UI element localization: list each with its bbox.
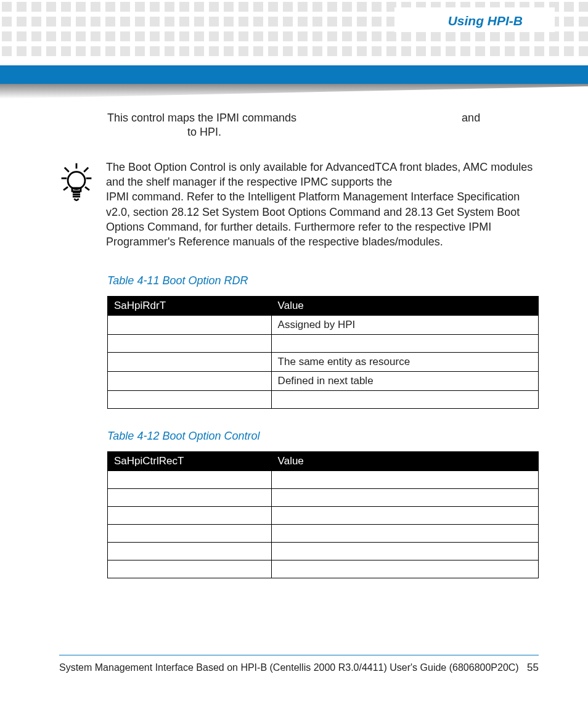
table-row xyxy=(108,542,539,560)
table-1: SaHpiRdrT Value Assigned by HPI The same… xyxy=(107,296,539,409)
page-header-title: Using HPI-B xyxy=(442,11,526,32)
table-row: The same entity as resource xyxy=(108,352,539,371)
svg-line-9 xyxy=(63,187,68,190)
table-2-col2: Value xyxy=(271,451,538,470)
para1-suffix: to HPI. xyxy=(187,126,221,138)
table-1-caption: Table 4-11 Boot Option RDR xyxy=(107,274,539,287)
footer-text: System Management Interface Based on HPI… xyxy=(59,662,519,673)
table-header-row: SaHpiRdrT Value xyxy=(108,296,539,315)
svg-point-11 xyxy=(68,171,85,189)
table-1-section: Table 4-11 Boot Option RDR SaHpiRdrT Val… xyxy=(107,274,539,409)
svg-line-10 xyxy=(85,187,89,190)
svg-line-5 xyxy=(65,167,69,171)
header-shadow xyxy=(0,84,588,100)
content-area: This control maps the IPMI commandsand t… xyxy=(59,111,539,599)
svg-marker-3 xyxy=(0,84,588,99)
table-header-row: SaHpiCtrlRecT Value xyxy=(108,451,539,470)
table-row xyxy=(108,470,539,488)
lightbulb-icon xyxy=(59,162,94,207)
table-1-col2: Value xyxy=(271,296,538,315)
page-footer: System Management Interface Based on HPI… xyxy=(59,655,539,674)
table-row: Assigned by HPI xyxy=(108,315,539,334)
table-row xyxy=(108,560,539,578)
table-2-col1: SaHpiCtrlRecT xyxy=(108,451,272,470)
page-number: 55 xyxy=(527,662,539,674)
table-2: SaHpiCtrlRecT Value xyxy=(107,451,539,578)
para1-prefix: This control maps the IPMI commands xyxy=(107,112,296,124)
tip-block: The Boot Option Control is only availabl… xyxy=(59,160,539,250)
table-row xyxy=(108,524,539,542)
header-blue-bar xyxy=(0,65,588,84)
tip-paragraph: The Boot Option Control is only availabl… xyxy=(106,160,539,250)
intro-paragraph: This control maps the IPMI commandsand t… xyxy=(107,111,533,140)
svg-line-6 xyxy=(84,167,88,171)
table-row xyxy=(108,506,539,524)
table-row xyxy=(108,488,539,506)
table-row xyxy=(108,390,539,408)
tip-text-a: The Boot Option Control is only availabl… xyxy=(106,161,533,188)
table-2-section: Table 4-12 Boot Option Control SaHpiCtrl… xyxy=(107,430,539,578)
table-2-caption: Table 4-12 Boot Option Control xyxy=(107,430,539,443)
table-row xyxy=(108,334,539,352)
table-1-col1: SaHpiRdrT xyxy=(108,296,272,315)
para1-mid: and xyxy=(462,112,480,124)
tip-text-b: IPMI command. Refer to the Intelligent P… xyxy=(106,191,520,248)
table-row: Defined in next table xyxy=(108,371,539,390)
